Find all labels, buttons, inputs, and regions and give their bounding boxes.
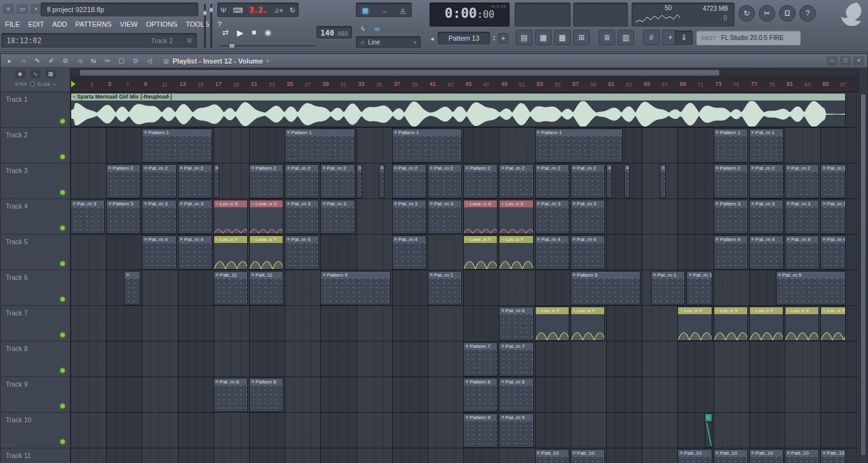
automation-clip[interactable]: ∿Lov..n Y (535, 307, 569, 341)
pattern-clip[interactable]: ≣Pat..rn 2 (499, 164, 533, 198)
ruler-bar-number[interactable]: 13 (180, 81, 186, 87)
track-header[interactable]: Track 11... (1, 448, 71, 463)
slider-knob[interactable] (202, 10, 208, 16)
ruler-bar-number[interactable]: 37 (394, 81, 400, 87)
ruler-bar-number[interactable]: 39 (412, 81, 417, 88)
pattern-clip[interactable]: ≣Pat..rn 3 (535, 200, 569, 234)
stop-button[interactable]: ■ (252, 28, 256, 37)
ruler-bar-number[interactable]: 41 (430, 81, 436, 87)
pattern-clip[interactable]: ≣Pattern 1 (142, 128, 212, 163)
track-header[interactable]: Track 3... (1, 163, 71, 199)
ruler-bar-number[interactable]: 43 (447, 81, 453, 88)
track-header[interactable]: Track 9... (1, 377, 71, 413)
pattern-clip[interactable]: ≣Pat..rn 1 (428, 271, 462, 305)
vertical-scrollbar[interactable] (858, 68, 867, 463)
grid-icon[interactable]: ▦ (46, 70, 56, 78)
automation-clip[interactable]: ∿Lov..n Y (214, 235, 248, 270)
automation-clip[interactable]: ∿Lov..n Y (749, 307, 783, 341)
pattern-clip-stub[interactable]: ≣ (624, 164, 630, 198)
countdown-icon[interactable]: 3.2. (249, 6, 268, 15)
ruler-bar-number[interactable]: 65 (644, 81, 650, 87)
pattern-clip[interactable]: ≣Pat..rn 3 (571, 200, 605, 234)
track-enable-led[interactable] (60, 439, 65, 444)
pattern-clip[interactable]: ≣Pat..rn 3 (428, 200, 462, 234)
pattern-clip[interactable]: ≣Pattern 1 (392, 128, 462, 163)
pattern-clip-stub[interactable]: ≣ (606, 164, 612, 198)
track-header[interactable]: Track 2... (1, 128, 71, 163)
ruler-bar-number[interactable]: 45 (465, 81, 471, 87)
ruler-bar-number[interactable]: 85 (822, 81, 829, 87)
scrollbar-thumb[interactable] (79, 69, 720, 76)
ruler-bar-number[interactable]: 67 (661, 81, 667, 88)
track-enable-led[interactable] (60, 333, 65, 337)
track-header[interactable]: Track 5... (1, 235, 71, 270)
automation-clip[interactable]: ∿Lov..n Y (677, 307, 712, 341)
pattern-clip[interactable]: ≣Pattern 9 (463, 413, 498, 448)
pattern-clip[interactable]: ≣Pat..rn 4 (142, 235, 176, 270)
pattern-clip[interactable]: ≣Pattern 4 (714, 235, 748, 270)
horizontal-scrollbar[interactable] (71, 68, 860, 78)
ruler-bar-number[interactable]: 69 (679, 81, 686, 87)
ruler-bar-number[interactable]: 23 (269, 81, 275, 88)
playlist-button[interactable]: ▤ (516, 30, 532, 45)
automation-clip[interactable]: ∿Lov..n Y (714, 307, 748, 341)
ruler-bar-number[interactable]: 15 (198, 81, 203, 88)
pattern-clip[interactable]: ≣Pattern 1 (714, 128, 748, 163)
ruler-bar-number[interactable]: 87 (840, 81, 846, 88)
ruler-bar-number[interactable]: 19 (233, 81, 239, 88)
track-enable-led[interactable] (60, 226, 65, 230)
loop-recording-icon[interactable]: ↻ (290, 6, 295, 15)
pattern-clip[interactable]: ≣Pat..rn 7 (499, 342, 533, 377)
pattern-clip[interactable]: ≣Pat..rn 4 (535, 235, 569, 270)
mixer-button[interactable]: ≣ (599, 30, 615, 45)
pattern-clip[interactable]: ≣Patt..10 (785, 449, 819, 463)
automation-clip[interactable]: ∿Lov..n Y (785, 307, 819, 341)
app-menu-button[interactable]: ≡ (3, 4, 14, 14)
ruler-bar-number[interactable]: 83 (804, 81, 810, 88)
plugin-database-button[interactable]: # (643, 30, 660, 45)
track-header[interactable]: Track 4... (1, 199, 71, 235)
cut-button[interactable]: ✂ (759, 5, 775, 22)
track-header[interactable]: Track 8... (1, 342, 71, 377)
pattern-clip[interactable]: ≣Pat..rn 2 (428, 164, 462, 198)
pattern-clip[interactable]: ≣Pat..rn 3 (392, 200, 426, 234)
piano-roll-button[interactable]: ▩ (554, 30, 571, 45)
step-slide-toggle[interactable] (30, 81, 35, 86)
pattern-clip-stub[interactable]: ≣ (660, 164, 665, 198)
timeline-ruler[interactable]: 3579111315171921232527293133353739414345… (71, 78, 860, 92)
pattern-clip-stub[interactable]: ≣ (379, 164, 384, 198)
pattern-clip[interactable]: ≣Pat..rn 3 (142, 200, 176, 234)
spinner-down-icon[interactable]: ▾ (493, 38, 495, 41)
automation-clip[interactable]: ∿Love..n Y (463, 235, 498, 270)
delete-tool-icon[interactable]: ⊘ (59, 55, 72, 66)
add-pattern-button[interactable]: + (498, 33, 508, 43)
ruler-bar-number[interactable]: 35 (376, 81, 382, 88)
magnet-tool-icon[interactable]: ∩ (17, 55, 30, 66)
pattern-clip[interactable]: ≣Pattern 8 (249, 378, 283, 412)
ruler-bar-number[interactable]: 33 (358, 81, 365, 87)
pattern-name-box[interactable]: Pattern 13 (438, 32, 490, 45)
pattern-clip[interactable]: ≣Pat..rn 2 (749, 164, 783, 198)
pattern-clip[interactable]: ≣Pat..rn 4 (571, 235, 605, 270)
ruler-bar-number[interactable]: 31 (341, 81, 346, 88)
pattern-clip[interactable]: ≣Pattern 3 (714, 200, 748, 234)
pattern-clip[interactable]: ≣Pat..rn 8 (499, 378, 533, 412)
pattern-clip[interactable]: ≣Patt..10 (714, 449, 748, 463)
automation-clip[interactable]: ∿Love..n Y (249, 235, 283, 270)
pattern-clip[interactable]: ≣Pattern 8 (463, 378, 498, 412)
slip-tool-icon[interactable]: ⇆ (87, 55, 100, 66)
record-button[interactable]: ◉ (264, 28, 271, 37)
snap-selector[interactable]: ∩ Line ▾ (356, 36, 421, 48)
menu-item-options[interactable]: OPTIONS (146, 20, 178, 28)
ghost-icon[interactable]: ◆ (15, 70, 25, 78)
loop-mode-button[interactable]: ⇄ (222, 28, 229, 37)
ruler-bar-number[interactable]: 11 (162, 81, 168, 88)
pattern-clip[interactable]: ≣Pat..rn 4 (749, 235, 783, 270)
ruler-bar-number[interactable]: 29 (322, 81, 329, 87)
track-enable-led[interactable] (60, 119, 65, 123)
ruler-bar-number[interactable]: 49 (501, 81, 507, 87)
step-edit-icon[interactable]: ▦ (362, 6, 369, 15)
shuffle-slider[interactable] (220, 43, 315, 48)
pattern-clip[interactable]: ≣Pattern 2 (714, 164, 748, 198)
select-tool-icon[interactable]: ▢ (115, 55, 128, 66)
